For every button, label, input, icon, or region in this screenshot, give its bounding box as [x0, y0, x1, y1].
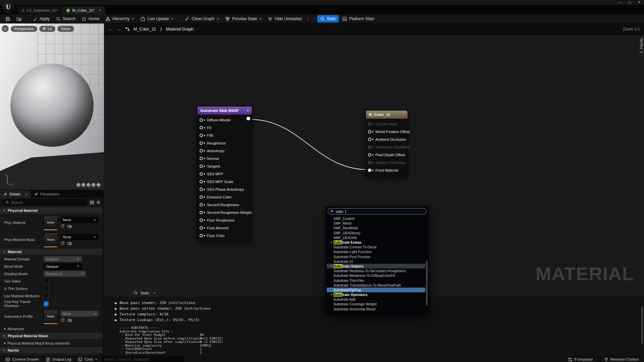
teapot-mesh-icon[interactable] [97, 183, 101, 187]
node-search-result-item[interactable]: ▼ SMF_NonMetal [327, 226, 425, 230]
viewport-menu-icon[interactable]: ≡ [2, 25, 9, 32]
node-search-result-item[interactable]: ▼ SMF_Metal [327, 221, 425, 226]
input-pin[interactable]: Second Roughness [198, 201, 252, 208]
node-search-result-item[interactable]: ▼ Substrate Transmittance-To-MeanFreePat… [327, 283, 425, 288]
phys-material-mask-dropdown[interactable]: None▼ [60, 234, 99, 240]
apply-button[interactable]: Apply [30, 15, 52, 23]
input-pin[interactable]: Roughness [198, 139, 252, 147]
browse-to-asset-icon[interactable] [67, 241, 72, 245]
node-header[interactable]: M_Color_11 [366, 111, 408, 119]
node-search-result-item[interactable]: ▼ Substrate Helpers [327, 264, 425, 268]
plane-mesh-icon[interactable] [87, 183, 91, 187]
input-pin[interactable]: Ambient Occlusion [366, 135, 408, 143]
browse-to-asset-icon[interactable] [67, 318, 72, 322]
preview-state-button[interactable]: Preview State▼ [222, 15, 264, 23]
node-search-result-item[interactable]: ▼ Substrate UI [327, 259, 425, 264]
section-nanite[interactable]: ▼Nanite [0, 347, 103, 354]
section-physical-material[interactable]: ▼Physical Material [0, 207, 103, 214]
input-pin[interactable]: Fuzz Roughness [198, 216, 252, 224]
tab-lv-substrate[interactable]: ⚠ LV_Substrate_01* [17, 6, 62, 14]
input-pin[interactable]: World Position Offset [366, 128, 408, 135]
close-tab-icon[interactable]: × [99, 8, 101, 13]
preview-viewport[interactable]: ≡ Perspective Lit Show y x [0, 23, 104, 190]
node-substrate-slab-bsdf[interactable]: Substrate Slab BSDF ▼ Diffuse Albedo F0 … [197, 106, 252, 242]
asset-thumbnail[interactable]: None [44, 216, 58, 230]
section-material[interactable]: ▼Material [0, 248, 103, 255]
input-pin[interactable]: Normal [198, 155, 252, 162]
input-pin[interactable]: SSS MFP Scale [198, 178, 252, 185]
input-pin[interactable]: F0 [198, 124, 252, 131]
node-search-result-item[interactable]: ▼ SMF_Coated [327, 216, 425, 221]
use-selected-icon[interactable] [60, 318, 65, 322]
back-arrow-icon[interactable]: ← [108, 26, 113, 32]
node-search-input[interactable]: ✕ subs [328, 208, 427, 215]
lit-button[interactable]: Lit [39, 26, 55, 32]
input-pin[interactable]: Pixel Depth Offset [366, 151, 408, 159]
stats-scrollbar[interactable] [641, 307, 643, 344]
node-header[interactable]: Substrate Slab BSDF ▼ [198, 107, 252, 115]
shading-model-dropdown[interactable]: Default Lit▼ [44, 271, 86, 277]
details-search-input[interactable]: Search [2, 199, 88, 205]
tab-parameters[interactable]: Parameters [31, 190, 63, 198]
node-search-result-item[interactable]: ▼ SubstrateFlipFlop [327, 288, 425, 292]
revision-control-button[interactable]: Revision Control [601, 357, 641, 362]
clean-graph-button[interactable]: Clean Graph▼ [182, 15, 222, 23]
hierarchy-button[interactable]: Hierarchy▼ [103, 15, 137, 23]
node-search-result-item[interactable]: ▼ SMF_UE4Unlit [327, 235, 425, 240]
close-icon[interactable]: ✕ [330, 209, 333, 214]
input-pin[interactable]: SSS MFP [198, 170, 252, 178]
input-pin[interactable]: Fuzz Color [198, 232, 252, 239]
two-sided-checkbox[interactable] [44, 279, 49, 284]
breadcrumb-asset[interactable]: M_Color_11 [133, 27, 156, 32]
blend-mode-dropdown[interactable]: Opaque▼ [44, 263, 82, 269]
close-icon[interactable]: × [25, 192, 28, 196]
cylinder-mesh-icon[interactable] [76, 183, 80, 187]
input-pin[interactable]: Emissive Color [198, 193, 252, 201]
close-icon[interactable]: × [153, 291, 156, 295]
node-search-result-item[interactable]: ▼ Substrate Post Process [327, 254, 425, 259]
console-command-input[interactable]: Enter Console Command [102, 357, 184, 362]
asset-thumbnail[interactable]: None [44, 233, 58, 247]
input-pin[interactable]: Diffuse Albedo [198, 116, 252, 124]
input-pin[interactable]: Anisotropy [198, 147, 252, 155]
use-selected-icon[interactable] [60, 241, 65, 245]
use-material-attributes-checkbox[interactable] [44, 293, 49, 298]
section-physical-material-mask[interactable]: ▼Physical Material Mask [0, 332, 103, 339]
sphere-mesh-icon[interactable] [82, 183, 86, 187]
input-pin[interactable]: Surface Thickness [366, 159, 408, 166]
palette-tab[interactable]: ≡Palette [639, 36, 644, 56]
input-pin[interactable]: F90 [198, 131, 252, 139]
input-pin[interactable]: Front Material [366, 166, 408, 174]
hide-unrelated-button[interactable]: Hide Unrelated [265, 15, 304, 23]
node-search-result-item[interactable]: ▼ Substrate Vertical Layer [327, 311, 425, 312]
node-search-result-item[interactable]: ▼ Substrate Convert To Decal [327, 245, 425, 249]
chevron-down-icon[interactable]: ▼ [247, 109, 249, 112]
stats-tab[interactable]: Stats × [130, 289, 159, 297]
node-search-result-item[interactable]: ▼ Substrate Operators [327, 292, 425, 297]
node-search-result-item[interactable]: ▼ Substrate Add [327, 297, 425, 302]
home-button[interactable]: Home [79, 15, 102, 23]
tab-details[interactable]: Details × [0, 190, 31, 198]
node-search-result-item[interactable]: ▼ Substrate Horizontal Blend [327, 307, 425, 311]
forward-arrow-icon[interactable]: → [116, 26, 121, 32]
cmd-button[interactable]: Cmd▼ [75, 357, 100, 362]
node-search-result-item[interactable]: ▼ Substrate Haziness-To-Secondary-Roughn… [327, 268, 425, 273]
content-drawer-button[interactable]: Content Drawer [3, 357, 42, 362]
perspective-button[interactable]: Perspective [11, 26, 37, 32]
input-pin[interactable]: SSS Phase Anisotropy [198, 185, 252, 193]
show-button[interactable]: Show [57, 26, 74, 32]
input-pin[interactable]: Tangent [198, 162, 252, 170]
advanced-row[interactable]: ▶Advanced [0, 325, 103, 332]
popup-scrollbar[interactable] [426, 260, 428, 306]
input-pin[interactable]: Refraction (Disabled) [366, 143, 408, 151]
input-pin[interactable]: Second Roughness Weight [198, 208, 252, 216]
output-pin[interactable] [247, 117, 250, 120]
node-m-color-11-result[interactable]: M_Color_11 Opacity Mask World Position O… [366, 110, 408, 176]
input-pin[interactable]: Opacity Mask [366, 120, 408, 128]
minimize-icon[interactable]: — [618, 0, 621, 4]
platform-stats-button[interactable]: Platform Stats [339, 15, 377, 23]
node-search-result-item[interactable]: ▼ Substrate Metalness-To-DiffuseColorF0 [327, 273, 425, 278]
maximize-icon[interactable]: ▢ [628, 0, 631, 4]
physical-material-map-row[interactable]: ▶ Physical Material Map 8 Array elements [0, 339, 103, 347]
close-icon[interactable]: ✕ [638, 0, 641, 4]
